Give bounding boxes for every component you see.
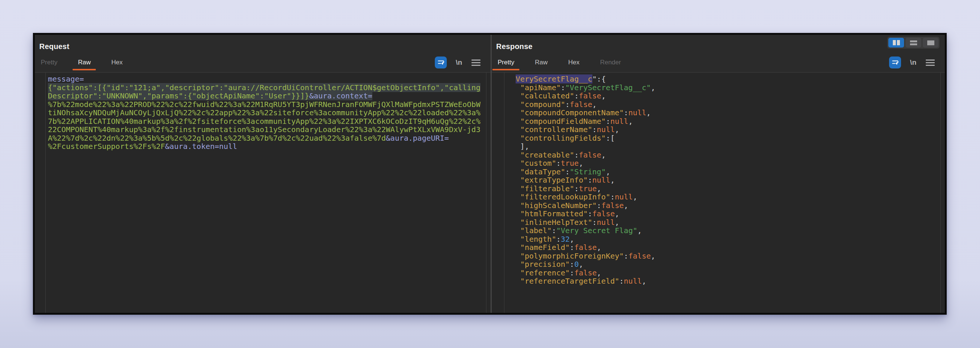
code-segment: : — [597, 201, 601, 210]
code-segment: tiNOhsaXcyNDQuMjAuNCOyLjQxLjQ%22%2c%22ap… — [48, 108, 480, 117]
code-segment: ], — [507, 142, 529, 151]
code-segment: : — [565, 167, 570, 176]
code-segment: message= — [48, 75, 84, 83]
request-tabbar: PrettyRawHex \n — [35, 55, 490, 70]
code-segment: "nameField" — [520, 243, 570, 252]
code-segment: false — [592, 209, 615, 218]
code-segment: : — [552, 226, 556, 235]
code-line: "polymorphicForeignKey":false, — [507, 252, 940, 261]
code-segment: 22COMPONENT%40markup%3a%2f%2finstrumenta… — [48, 125, 480, 134]
layout-single-pane-button[interactable] — [923, 38, 939, 48]
editor-menu-button[interactable] — [471, 59, 481, 66]
code-segment: "referenceTargetField" — [520, 276, 619, 286]
code-segment — [507, 151, 520, 159]
code-segment — [507, 125, 520, 134]
code-segment: , — [651, 251, 655, 261]
code-line: "calculated":false, — [507, 92, 940, 100]
code-segment: "controllerName" — [520, 125, 592, 134]
code-segment: , — [606, 167, 610, 176]
tab-hex[interactable]: Hex — [568, 56, 579, 69]
code-segment — [507, 218, 520, 227]
layout-two-columns-button[interactable] — [888, 38, 904, 48]
code-line: "length":32, — [507, 235, 940, 243]
layout-stacked-rows-button[interactable] — [905, 38, 921, 48]
editor-menu-button[interactable] — [925, 59, 935, 66]
request-scrollbar[interactable] — [486, 73, 490, 313]
code-segment — [507, 108, 520, 117]
tab-pretty[interactable]: Pretty — [498, 56, 514, 69]
code-segment — [507, 226, 520, 235]
code-line: tiNOhsaXcyNDQuMjAuNCOyLjQxLjQ%22%2c%22ap… — [48, 108, 486, 117]
code-segment: , — [597, 184, 601, 193]
tab-hex[interactable]: Hex — [111, 56, 123, 69]
code-segment — [507, 100, 520, 109]
code-segment: null — [615, 192, 633, 201]
code-segment: ":{ — [592, 75, 606, 83]
word-wrap-toggle[interactable] — [889, 57, 901, 68]
newline-marker-toggle[interactable]: \n — [456, 58, 462, 67]
request-panel: Request PrettyRawHex \n — [35, 35, 490, 313]
request-editor-gutter — [35, 73, 46, 313]
code-segment: , — [615, 125, 619, 134]
code-line: "precision":0, — [507, 260, 940, 269]
code-segment — [507, 260, 520, 269]
code-line: "compound":false, — [507, 100, 940, 109]
response-scrollbar[interactable] — [940, 73, 945, 313]
response-editor[interactable]: VerySecretFlag__c":{ "apiName":"VerySecr… — [492, 72, 945, 313]
code-segment: , — [570, 235, 574, 243]
request-editor-toolbar: \n — [435, 57, 481, 68]
code-segment: "calculated" — [520, 91, 574, 100]
code-segment: :[ — [606, 133, 615, 143]
code-segment: : — [574, 184, 579, 193]
code-segment: "htmlFormatted" — [520, 209, 588, 218]
code-segment — [507, 268, 520, 277]
code-line: {"actions":[{"id":"121;a","descriptor":"… — [48, 83, 486, 92]
code-segment: "apiName" — [520, 83, 560, 92]
single-layout-icon — [927, 40, 934, 45]
code-segment: true — [561, 159, 579, 168]
code-line: "filterable":true, — [507, 184, 940, 193]
code-segment: &aura.token=null — [165, 142, 237, 151]
code-segment: , — [597, 243, 601, 252]
word-wrap-toggle[interactable] — [435, 57, 447, 68]
code-segment: {"actions":[{"id":"121;a","descriptor":"… — [48, 83, 480, 92]
code-segment: "inlineHelpText" — [520, 218, 592, 227]
code-segment: : — [592, 218, 597, 227]
code-segment: false — [579, 91, 601, 100]
code-line: "htmlFormatted":false, — [507, 210, 940, 218]
tab-raw[interactable]: Raw — [535, 56, 547, 69]
code-segment: 0 — [574, 260, 579, 269]
code-segment: , — [601, 91, 606, 100]
code-segment: "createable" — [520, 151, 574, 159]
code-segment: : — [570, 260, 574, 269]
request-raw-body[interactable]: message={"actions":[{"id":"121;a","descr… — [46, 73, 486, 313]
tab-raw[interactable]: Raw — [78, 56, 91, 69]
code-segment: "VerySecretFlag__c" — [565, 83, 651, 92]
code-segment — [507, 251, 520, 261]
response-tabs: PrettyRawHexRender — [498, 56, 621, 69]
code-line: Descriptor":"UNKNOWN","params":{"objectA… — [48, 92, 486, 100]
code-line: 7b%22APPLICATION%40markup%3a%2f%2fsitefo… — [48, 117, 486, 126]
code-segment: : — [624, 108, 628, 117]
code-segment: false — [574, 268, 597, 277]
code-segment: : — [592, 125, 597, 134]
code-segment: "highScaleNumber" — [520, 201, 597, 210]
code-line: %7b%22mode%22%3a%22PROD%22%2c%22fwuid%22… — [48, 100, 486, 109]
code-line: message= — [48, 75, 486, 83]
rows-layout-icon — [910, 40, 917, 45]
code-segment: "compoundComponentName" — [520, 108, 624, 117]
request-editor[interactable]: message={"actions":[{"id":"121;a","descr… — [35, 72, 490, 313]
tab-pretty[interactable]: Pretty — [41, 56, 57, 69]
response-pretty-body[interactable]: VerySecretFlag__c":{ "apiName":"VerySecr… — [505, 73, 940, 313]
newline-marker-toggle[interactable]: \n — [910, 58, 916, 67]
code-segment: "length" — [520, 235, 556, 243]
code-line: "nameField":false, — [507, 243, 940, 252]
code-segment: null — [628, 108, 646, 117]
code-segment: , — [597, 268, 601, 277]
code-segment: "label" — [520, 226, 552, 235]
response-panel-title: Response — [496, 42, 533, 51]
code-segment — [507, 91, 520, 100]
tab-render[interactable]: Render — [600, 56, 621, 69]
code-segment: , — [646, 108, 651, 117]
code-segment: : — [619, 276, 624, 286]
